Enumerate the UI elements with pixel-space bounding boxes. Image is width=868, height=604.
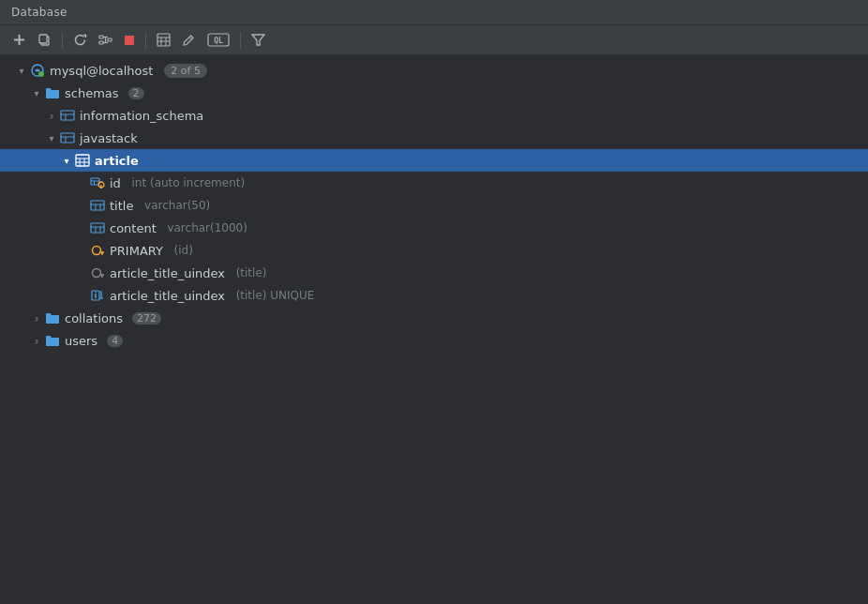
connection-badge: 2 of 5 — [164, 64, 207, 78]
tree-view: mysql@localhost 2 of 5 schemas 2 — [0, 55, 868, 355]
panel: Database — [0, 0, 868, 355]
separator-1 — [62, 32, 63, 49]
svg-rect-3 — [39, 35, 47, 43]
svg-rect-42 — [91, 223, 104, 233]
article-icon — [75, 153, 90, 168]
svg-rect-6 — [108, 38, 112, 41]
filter-button[interactable] — [247, 30, 270, 50]
pk-column-icon — [90, 175, 105, 190]
connection-arrow — [15, 64, 28, 77]
column-id-type: int (auto increment) — [125, 176, 245, 189]
pencil-icon — [182, 33, 196, 47]
connection-node[interactable]: mysql@localhost 2 of 5 — [0, 59, 868, 82]
svg-rect-21 — [61, 111, 74, 120]
index-title-unique-label: article_title_uindex — [110, 289, 225, 303]
column-id[interactable]: id int (auto increment) — [0, 172, 868, 194]
refresh-icon — [73, 33, 87, 47]
stop-button[interactable] — [119, 32, 140, 49]
svg-text:QL: QL — [214, 37, 223, 45]
idx-unique-key-icon — [90, 288, 105, 303]
table-grid-icon — [75, 153, 90, 168]
collations-folder-icon — [45, 310, 60, 325]
copy-button[interactable] — [33, 30, 56, 50]
svg-rect-24 — [61, 133, 74, 143]
information-schema-arrow — [45, 109, 58, 122]
svg-marker-19 — [252, 35, 264, 45]
article-label: article — [95, 154, 139, 168]
information-schema-label: information_schema — [80, 109, 203, 123]
idx-unique-icon — [90, 288, 105, 303]
svg-rect-11 — [157, 34, 170, 46]
article-node[interactable]: article — [0, 149, 868, 172]
add-button[interactable] — [7, 30, 31, 50]
idx-icon — [90, 265, 105, 280]
copy-icon — [37, 33, 52, 47]
svg-point-54 — [95, 292, 97, 294]
schemas-folder-icon — [45, 85, 60, 100]
folder-icon2 — [45, 310, 60, 325]
refresh-button[interactable] — [68, 30, 92, 50]
index-title-1-type: (title) — [229, 266, 266, 279]
column-title-type: varchar(50) — [137, 199, 210, 212]
information-schema-icon — [60, 108, 75, 123]
filter-icon — [251, 33, 265, 47]
svg-line-16 — [189, 38, 192, 40]
panel-header: Database — [0, 0, 868, 25]
collations-label: collations — [65, 311, 123, 325]
javastack-icon — [60, 130, 75, 145]
svg-rect-27 — [76, 155, 89, 166]
schemas-count: 2 — [128, 87, 144, 99]
index-title-unique-type: (title) UNIQUE — [229, 289, 314, 302]
users-arrow — [30, 334, 43, 347]
information-schema-node[interactable]: information_schema — [0, 104, 868, 127]
connection-icon-wrap — [30, 63, 45, 78]
panel-title: Database — [11, 6, 67, 19]
key-icon — [90, 243, 105, 258]
column-content[interactable]: content varchar(1000) — [0, 217, 868, 239]
users-label: users — [65, 334, 97, 348]
col-icon — [90, 198, 105, 213]
connection-online-dot — [38, 71, 44, 77]
javastack-label: javastack — [80, 131, 138, 145]
collations-count: 272 — [132, 312, 161, 325]
idx-key-icon — [90, 265, 105, 280]
grid-icon — [157, 33, 171, 47]
javastack-arrow — [45, 131, 58, 144]
svg-rect-5 — [99, 41, 103, 44]
column-title[interactable]: title varchar(50) — [0, 194, 868, 217]
table-icon-sm — [60, 108, 75, 123]
content-col-icon — [90, 220, 105, 235]
pk-col-icon — [90, 175, 105, 190]
svg-rect-4 — [99, 36, 103, 38]
users-count: 4 — [107, 335, 123, 347]
col-table-icon — [90, 198, 105, 213]
sql-button[interactable]: QL — [202, 30, 234, 50]
col-table-icon2 — [90, 220, 105, 235]
schemas-arrow — [30, 86, 43, 99]
index-title-unique[interactable]: article_title_uindex (title) UNIQUE — [0, 284, 868, 307]
index-primary[interactable]: PRIMARY (id) — [0, 239, 868, 262]
column-content-label: content — [110, 221, 157, 235]
folder-icon — [45, 85, 60, 100]
edit-button[interactable] — [94, 30, 117, 50]
svg-rect-10 — [125, 36, 134, 45]
toolbar: QL — [0, 25, 868, 55]
users-group[interactable]: users 4 — [0, 329, 868, 352]
index-primary-label: PRIMARY — [110, 244, 163, 258]
schemas-group[interactable]: schemas 2 — [0, 82, 868, 104]
index-title-1[interactable]: article_title_uindex (title) — [0, 262, 868, 284]
index-title-1-label: article_title_uindex — [110, 266, 225, 280]
schema-icon — [60, 130, 75, 145]
connection-label: mysql@localhost — [50, 64, 153, 78]
javastack-node[interactable]: javastack — [0, 127, 868, 149]
svg-point-49 — [93, 269, 101, 278]
pencil-button[interactable] — [177, 30, 201, 50]
svg-point-46 — [93, 247, 101, 255]
separator-2 — [145, 32, 146, 49]
column-title-label: title — [110, 199, 133, 213]
pk-index-icon — [90, 243, 105, 258]
grid-button[interactable] — [152, 30, 175, 50]
collations-group[interactable]: collations 272 — [0, 307, 868, 329]
article-arrow — [60, 154, 73, 167]
sql-icon: QL — [207, 33, 230, 47]
